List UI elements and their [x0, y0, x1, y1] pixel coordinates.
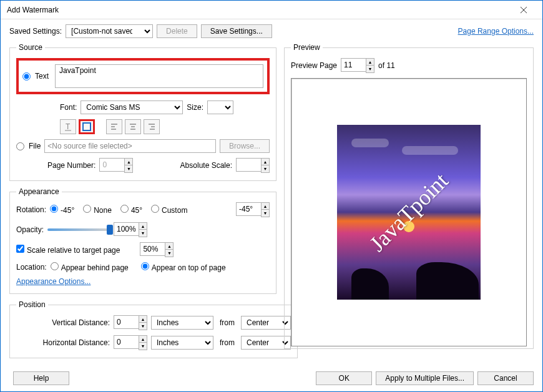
- preview-page-label: Preview Page: [291, 61, 337, 70]
- underline-icon-button[interactable]: T: [60, 119, 76, 134]
- file-radio-label: File: [29, 142, 41, 150]
- absolute-scale-label: Absolute Scale:: [180, 161, 232, 170]
- file-path-input[interactable]: [44, 139, 216, 153]
- color-icon-button[interactable]: [79, 119, 95, 134]
- rotation-45-radio[interactable]: [120, 205, 129, 213]
- align-center-button[interactable]: [125, 119, 141, 134]
- align-left-icon: [110, 122, 119, 131]
- cancel-button[interactable]: Cancel: [477, 371, 534, 385]
- size-select[interactable]: [207, 100, 233, 114]
- font-label: Font:: [60, 103, 77, 112]
- hdist-from-select[interactable]: Center: [241, 336, 291, 350]
- hdist-unit-select[interactable]: Inches: [151, 336, 213, 350]
- preview-page-stepper[interactable]: ▲▼: [341, 58, 374, 73]
- watermark-text-input[interactable]: JavaTpoint: [55, 64, 263, 88]
- preview-page: JavaTpoint: [321, 119, 496, 306]
- rotation-label: Rotation:: [16, 205, 46, 214]
- title-bar: Add Watermark: [1, 1, 542, 19]
- preview-of-label: of 11: [378, 61, 395, 70]
- align-center-icon: [129, 122, 137, 131]
- page-number-label: Page Number:: [47, 161, 95, 170]
- appearance-group: Appearance Rotation: -45° None 45° Custo…: [9, 187, 276, 294]
- vdist-from-select[interactable]: Center: [241, 316, 291, 330]
- align-left-button[interactable]: [106, 119, 122, 134]
- browse-button: Browse...: [220, 139, 270, 153]
- apply-multiple-button[interactable]: Apply to Multiple Files...: [376, 371, 474, 385]
- delete-button: Delete: [157, 24, 197, 38]
- align-right-button[interactable]: [144, 119, 160, 134]
- color-square-icon: [82, 122, 91, 131]
- help-button[interactable]: Help: [13, 371, 69, 385]
- text-radio[interactable]: [22, 72, 31, 81]
- opacity-label: Opacity:: [16, 225, 44, 234]
- rotation-custom-radio[interactable]: [151, 205, 159, 213]
- down-arrow-icon: ▼: [125, 165, 132, 172]
- hdist-stepper[interactable]: ▲▼: [114, 335, 147, 350]
- from-label-2: from: [220, 338, 235, 347]
- rotation-m45-radio[interactable]: [50, 205, 58, 213]
- opacity-stepper[interactable]: ▲▼: [114, 222, 147, 237]
- location-top-radio[interactable]: [141, 262, 149, 270]
- file-radio[interactable]: [16, 142, 24, 150]
- vdist-unit-select[interactable]: Inches: [151, 316, 213, 330]
- close-icon: [521, 7, 527, 13]
- size-label: Size:: [187, 103, 203, 112]
- scale-relative-checkbox[interactable]: [16, 245, 24, 253]
- position-group: Position Vertical Distance: ▲▼ Inches fr…: [9, 300, 298, 358]
- close-button[interactable]: [511, 1, 536, 19]
- scale-stepper[interactable]: ▲▼: [140, 242, 174, 257]
- absolute-scale-stepper[interactable]: ▲▼: [236, 158, 270, 173]
- svg-text:T: T: [66, 122, 71, 131]
- source-legend: Source: [16, 43, 45, 52]
- slider-thumb-icon: [107, 225, 113, 235]
- appearance-legend: Appearance: [16, 187, 62, 196]
- save-settings-button[interactable]: Save Settings...: [201, 24, 272, 38]
- vdist-label: Vertical Distance:: [41, 318, 110, 327]
- page-range-options-link[interactable]: Page Range Options...: [458, 27, 534, 36]
- source-group: Source Text JavaTpoint Font: Comic Sans …: [9, 43, 276, 181]
- text-radio-label: Text: [35, 72, 49, 81]
- location-label: Location:: [16, 263, 47, 272]
- preview-image: JavaTpoint: [337, 125, 481, 300]
- preview-group: Preview Preview Page ▲▼ of 11 JavaTpoint: [284, 43, 534, 349]
- align-right-icon: [147, 122, 156, 131]
- preview-legend: Preview: [291, 43, 323, 52]
- opacity-slider[interactable]: [47, 228, 110, 231]
- svg-rect-4: [83, 123, 90, 130]
- ok-button[interactable]: OK: [316, 371, 372, 385]
- saved-settings-select[interactable]: [Custom-not saved]: [66, 24, 153, 38]
- position-legend: Position: [16, 300, 48, 309]
- saved-settings-label: Saved Settings:: [9, 27, 62, 36]
- underline-icon: T: [64, 122, 72, 131]
- from-label-1: from: [220, 318, 235, 327]
- location-behind-radio[interactable]: [51, 262, 59, 270]
- hdist-label: Horizontal Distance:: [41, 338, 110, 347]
- footer-bar: Help OK Apply to Multiple Files... Cance…: [1, 371, 542, 385]
- font-select[interactable]: Comic Sans MS: [81, 100, 183, 114]
- page-number-stepper[interactable]: ▲▼: [99, 158, 133, 173]
- text-input-highlight: Text JavaTpoint: [16, 58, 270, 94]
- up-arrow-icon: ▲: [125, 159, 132, 165]
- preview-surface: JavaTpoint: [291, 78, 527, 346]
- vdist-stepper[interactable]: ▲▼: [114, 315, 147, 330]
- rotation-value-stepper[interactable]: ▲▼: [236, 202, 270, 217]
- window-title: Add Watermark: [7, 6, 511, 14]
- appearance-options-link[interactable]: Appearance Options...: [16, 277, 90, 286]
- watermark-preview-text: JavaTpoint: [364, 168, 454, 257]
- rotation-none-radio[interactable]: [83, 205, 91, 213]
